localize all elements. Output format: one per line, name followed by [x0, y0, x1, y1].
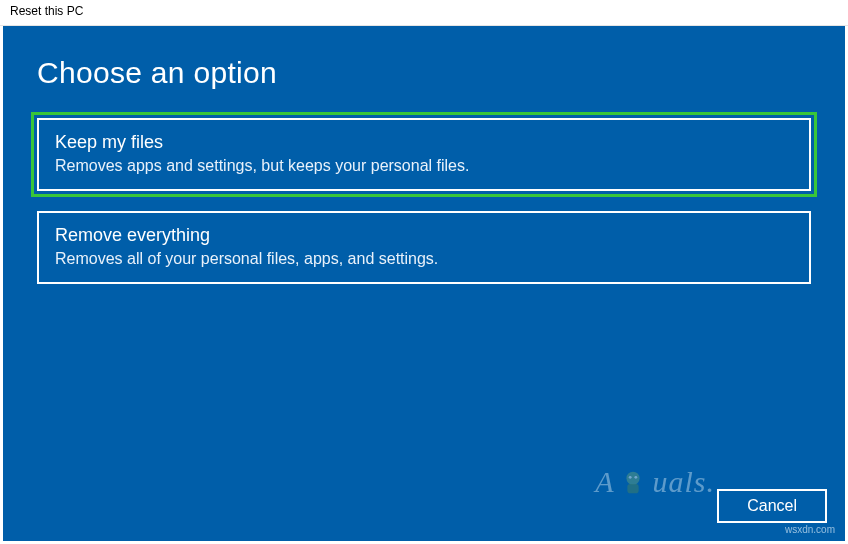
svg-point-2	[629, 476, 632, 479]
watermark-mascot-icon	[618, 467, 648, 497]
main-panel: Choose an option Keep my files Removes a…	[3, 26, 845, 541]
option-title: Keep my files	[55, 132, 793, 153]
watermark-logo: A uals.	[595, 465, 715, 499]
option-description: Removes all of your personal files, apps…	[55, 250, 793, 268]
cancel-button[interactable]: Cancel	[717, 489, 827, 523]
svg-point-3	[635, 476, 638, 479]
footer: Cancel	[717, 489, 827, 523]
options-list: Keep my files Removes apps and settings,…	[37, 118, 811, 284]
page-title: Choose an option	[3, 26, 845, 90]
option-remove-everything[interactable]: Remove everything Removes all of your pe…	[37, 211, 811, 284]
title-bar: Reset this PC	[0, 0, 848, 26]
watermark-text-a: A	[595, 465, 614, 499]
option-keep-my-files[interactable]: Keep my files Removes apps and settings,…	[37, 118, 811, 191]
option-description: Removes apps and settings, but keeps you…	[55, 157, 793, 175]
watermark-url: wsxdn.com	[785, 524, 835, 535]
svg-point-0	[627, 472, 640, 485]
watermark-text-rest: uals.	[652, 465, 715, 499]
option-title: Remove everything	[55, 225, 793, 246]
svg-rect-1	[628, 484, 639, 493]
window-title: Reset this PC	[10, 4, 83, 18]
